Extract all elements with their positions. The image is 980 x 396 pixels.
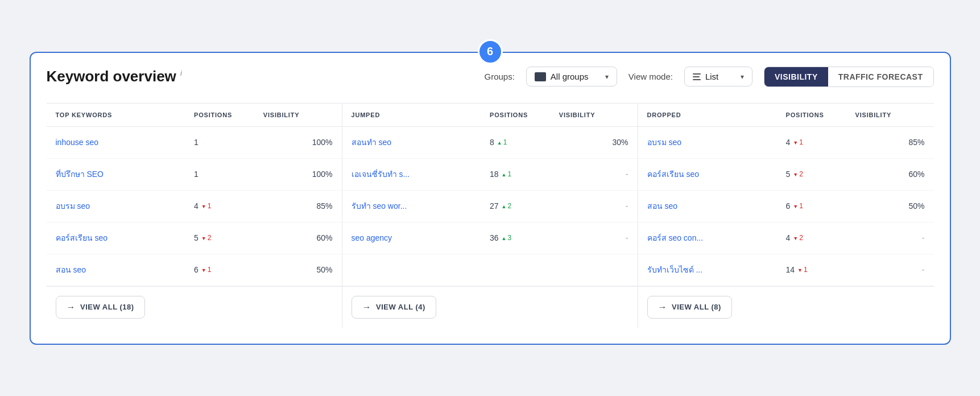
view-all-row: → VIEW ALL (18) [47, 286, 342, 328]
col-label-keyword: TOP KEYWORDS [56, 112, 195, 118]
chevron-down-icon: ▾ [605, 73, 609, 81]
position-cell: 6 1 [786, 201, 855, 211]
visibility-cell-dash: - [559, 201, 628, 211]
table-row: คอร์สเรียน seo 5 2 60% [47, 222, 342, 254]
view-all-row: → VIEW ALL (8) [638, 286, 934, 328]
position-cell: 5 2 [786, 170, 855, 179]
col-label-visibility: VISIBILITY [263, 112, 333, 118]
keyword-link[interactable]: สอนทำ seo [352, 136, 490, 148]
col-label-visibility: VISIBILITY [855, 112, 925, 118]
position-cell: 1 [194, 170, 263, 179]
position-cell: 18 1 [490, 170, 559, 179]
col-label-visibility: VISIBILITY [559, 112, 628, 118]
change-down-badge: 2 [793, 234, 803, 242]
table-row: สอนทำ seo 8 1 30% [342, 127, 638, 159]
change-up-badge: 3 [502, 234, 512, 242]
visibility-cell: 60% [855, 170, 925, 179]
keyword-link[interactable]: สอน seo [647, 200, 786, 212]
view-tabs: VISIBILITY TRAFFIC FORECAST [764, 67, 934, 87]
visibility-cell: 100% [263, 170, 333, 179]
visibility-cell: 85% [855, 138, 925, 147]
position-cell: 6 1 [194, 265, 263, 274]
arrow-right-icon: → [658, 302, 668, 312]
table-row: อบรม seo 4 1 85% [638, 127, 934, 159]
keyword-link[interactable]: รับทำเว็บไซด์ ... [647, 263, 786, 276]
keyword-link[interactable]: คอร์ส seo con... [647, 232, 786, 244]
keyword-link[interactable]: inhouse seo [56, 138, 195, 147]
visibility-cell-dash: - [559, 233, 628, 242]
change-up-badge: 1 [497, 138, 507, 146]
position-cell: 36 3 [490, 233, 559, 242]
keyword-link[interactable]: อบรม seo [647, 136, 786, 148]
visibility-cell-dash: - [855, 233, 925, 242]
table-row: รับทำ seo wor... 27 2 - [342, 191, 638, 222]
col-label-dropped: DROPPED [647, 112, 786, 118]
keyword-link[interactable]: เอเจนซี่รับทำ s... [352, 168, 490, 180]
keyword-link[interactable]: คอร์สเรียน seo [647, 168, 786, 180]
keyword-overview-card: Keyword overview i Groups: All groups ▾ … [30, 52, 951, 345]
column-jumped: JUMPED POSITIONS VISIBILITY สอนทำ seo 8 … [342, 104, 638, 328]
arrow-right-icon: → [362, 302, 372, 312]
keyword-link[interactable]: รับทำ seo wor... [352, 200, 490, 212]
position-cell: 4 1 [194, 201, 263, 211]
outer-wrapper: 6 Keyword overview i Groups: All groups … [30, 52, 951, 345]
arrow-right-icon: → [67, 302, 76, 312]
visibility-cell: 30% [559, 138, 628, 147]
col-header-jumped: JUMPED POSITIONS VISIBILITY [342, 104, 638, 127]
list-icon [693, 73, 701, 80]
keyword-link[interactable]: seo agency [352, 233, 490, 242]
col-header-dropped: DROPPED POSITIONS VISIBILITY [638, 104, 934, 127]
table-row: seo agency 36 3 - [342, 222, 638, 254]
change-up-badge: 1 [502, 170, 512, 178]
change-down-badge: 1 [201, 266, 212, 274]
change-down-badge: 1 [797, 266, 808, 274]
position-cell: 4 1 [786, 138, 855, 147]
col-label-jumped: JUMPED [352, 112, 490, 118]
tab-traffic-forecast[interactable]: TRAFFIC FORECAST [828, 67, 933, 86]
step-badge: 6 [478, 39, 503, 64]
keyword-link[interactable]: สอน seo [56, 263, 195, 276]
tab-visibility[interactable]: VISIBILITY [764, 67, 828, 86]
view-all-button[interactable]: → VIEW ALL (18) [56, 296, 145, 319]
visibility-cell-dash: - [855, 265, 925, 274]
keyword-link[interactable]: อบรม seo [56, 200, 195, 212]
page-title: Keyword overview i [47, 68, 182, 85]
col-label-positions: POSITIONS [490, 112, 559, 118]
table-row: inhouse seo 1 100% [47, 127, 342, 159]
position-cell: 14 1 [786, 265, 855, 274]
change-down-badge: 1 [793, 202, 803, 210]
table-row: เอเจนซี่รับทำ s... 18 1 - [342, 159, 638, 191]
col-label-positions: POSITIONS [786, 112, 855, 118]
table-row: สอน seo 6 1 50% [638, 191, 934, 222]
keyword-link[interactable]: ที่ปรึกษา SEO [56, 168, 195, 180]
visibility-cell-dash: - [559, 170, 628, 179]
position-cell: 27 2 [490, 201, 559, 211]
table-row: คอร์ส seo con... 4 2 - [638, 222, 934, 254]
table-row: สอน seo 6 1 50% [47, 254, 342, 286]
table-row: ที่ปรึกษา SEO 1 100% [47, 159, 342, 191]
position-cell: 1 [194, 138, 263, 147]
table-row-empty [342, 254, 638, 286]
groups-dropdown[interactable]: All groups ▾ [526, 67, 617, 86]
view-all-button[interactable]: → VIEW ALL (8) [647, 296, 732, 319]
table-section: TOP KEYWORDS POSITIONS VISIBILITY inhous… [47, 103, 934, 328]
visibility-cell: 85% [263, 201, 333, 211]
chevron-down-icon: ▾ [741, 73, 744, 81]
card-header: Keyword overview i Groups: All groups ▾ … [47, 67, 934, 87]
position-cell: 4 2 [786, 233, 855, 242]
groups-label: Groups: [484, 72, 514, 81]
viewmode-dropdown[interactable]: List ▾ [684, 67, 752, 86]
change-down-badge: 1 [793, 138, 803, 146]
table-row: คอร์สเรียน seo 5 2 60% [638, 159, 934, 191]
column-top-keywords: TOP KEYWORDS POSITIONS VISIBILITY inhous… [47, 104, 342, 328]
column-dropped: DROPPED POSITIONS VISIBILITY อบรม seo 4 … [638, 104, 934, 328]
visibility-cell: 100% [263, 138, 333, 147]
keyword-link[interactable]: คอร์สเรียน seo [56, 232, 195, 244]
change-down-badge: 2 [793, 170, 803, 178]
col-header-top-keywords: TOP KEYWORDS POSITIONS VISIBILITY [47, 104, 342, 127]
change-down-badge: 1 [201, 202, 212, 210]
view-all-button[interactable]: → VIEW ALL (4) [352, 296, 436, 319]
table-row: รับทำเว็บไซด์ ... 14 1 - [638, 254, 934, 286]
change-up-badge: 2 [502, 202, 512, 210]
visibility-cell: 60% [263, 233, 333, 242]
